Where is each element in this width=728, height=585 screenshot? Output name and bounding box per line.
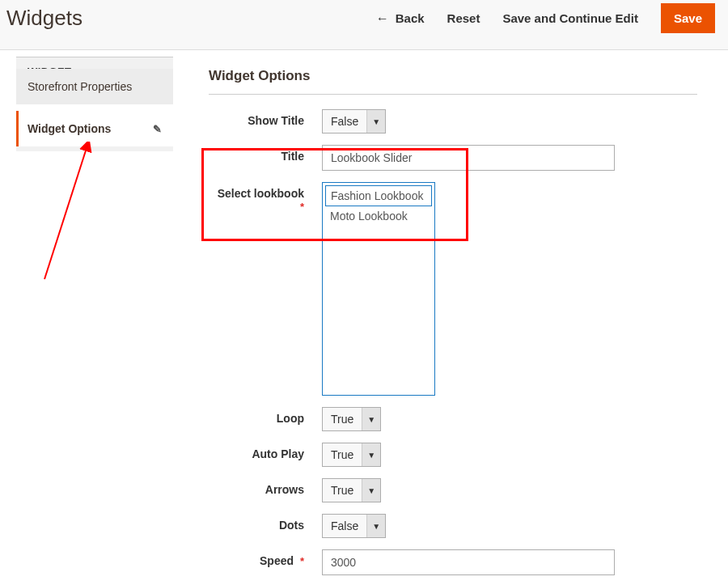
listbox-item[interactable]: Moto Lookbook: [325, 206, 432, 226]
dots-select[interactable]: False ▼: [322, 514, 386, 538]
arrow-left-icon: ←: [376, 11, 389, 26]
field-label: Show Title: [209, 109, 304, 127]
chevron-down-icon: ▼: [362, 443, 380, 466]
field-label: Loop: [209, 407, 304, 425]
select-value: False: [323, 110, 367, 133]
save-continue-button[interactable]: Save and Continue Edit: [502, 11, 638, 25]
field-label: Title: [209, 145, 304, 163]
save-button[interactable]: Save: [661, 3, 715, 33]
field-control: [322, 549, 697, 575]
sidebar-accordion: WIDGET Storefront Properties Widget Opti…: [16, 57, 173, 151]
arrows-select[interactable]: True ▼: [322, 478, 381, 502]
header-actions: ← Back Reset Save and Continue Edit Save: [376, 3, 715, 33]
field-control: False ▼: [322, 109, 697, 134]
chevron-down-icon: ▼: [362, 408, 380, 430]
sidebar-item-widget-options[interactable]: Widget Options ✎: [16, 111, 173, 146]
field-control: False ▼: [322, 514, 697, 538]
page-title: Widgets: [6, 6, 83, 31]
main-layout: WIDGET Storefront Properties Widget Opti…: [0, 50, 728, 585]
chevron-down-icon: ▼: [362, 479, 380, 502]
field-speed: Speed *: [209, 549, 697, 575]
field-label: Select lookbook *: [209, 182, 304, 213]
field-label: Auto Play: [209, 443, 304, 460]
field-arrows: Arrows True ▼: [209, 478, 697, 502]
field-label: Arrows: [209, 478, 304, 496]
select-value: False: [323, 515, 367, 537]
back-button[interactable]: ← Back: [376, 11, 425, 26]
section-title: Widget Options: [209, 57, 697, 95]
field-control: Fashion Lookbook Moto Lookbook: [322, 182, 697, 396]
chevron-down-icon: ▼: [367, 515, 385, 537]
required-mark-icon: *: [300, 555, 304, 567]
lookbook-listbox[interactable]: Fashion Lookbook Moto Lookbook: [322, 182, 435, 396]
chevron-down-icon: ▼: [367, 110, 385, 133]
sidebar-item-storefront-properties[interactable]: Storefront Properties: [16, 69, 173, 104]
field-show-title: Show Title False ▼: [209, 109, 697, 134]
show-title-select[interactable]: False ▼: [322, 109, 386, 134]
field-control: True ▼: [322, 478, 697, 502]
auto-play-select[interactable]: True ▼: [322, 443, 381, 467]
sidebar-gap: [16, 104, 173, 111]
sidebar-header: WIDGET: [16, 57, 173, 69]
back-button-label: Back: [396, 11, 425, 25]
listbox-item[interactable]: Fashion Lookbook: [325, 185, 432, 206]
sidebar-bottom-gap: [16, 146, 173, 151]
content: Widget Options Show Title False ▼ Title: [173, 57, 728, 585]
loop-select[interactable]: True ▼: [322, 407, 381, 431]
pencil-icon: ✎: [153, 123, 162, 135]
title-input[interactable]: [322, 145, 615, 171]
sidebar: WIDGET Storefront Properties Widget Opti…: [0, 57, 173, 585]
field-label: Dots: [209, 514, 304, 532]
field-select-lookbook: Select lookbook * Fashion Lookbook Moto …: [209, 182, 697, 396]
field-title: Title: [209, 145, 697, 171]
select-value: True: [323, 443, 362, 466]
select-value: True: [323, 408, 362, 430]
reset-button[interactable]: Reset: [447, 11, 480, 25]
field-loop: Loop True ▼: [209, 407, 697, 431]
field-dots: Dots False ▼: [209, 514, 697, 538]
sidebar-item-label: Widget Options: [28, 122, 111, 135]
sidebar-item-label: Storefront Properties: [28, 80, 132, 93]
select-value: True: [323, 479, 362, 502]
required-mark-icon: *: [300, 201, 304, 213]
field-auto-play: Auto Play True ▼: [209, 443, 697, 467]
field-control: [322, 145, 697, 171]
field-control: True ▼: [322, 407, 697, 431]
field-label: Speed *: [209, 549, 304, 567]
field-control: True ▼: [322, 443, 697, 467]
page-header: Widgets ← Back Reset Save and Continue E…: [0, 0, 728, 50]
speed-input[interactable]: [322, 549, 615, 575]
